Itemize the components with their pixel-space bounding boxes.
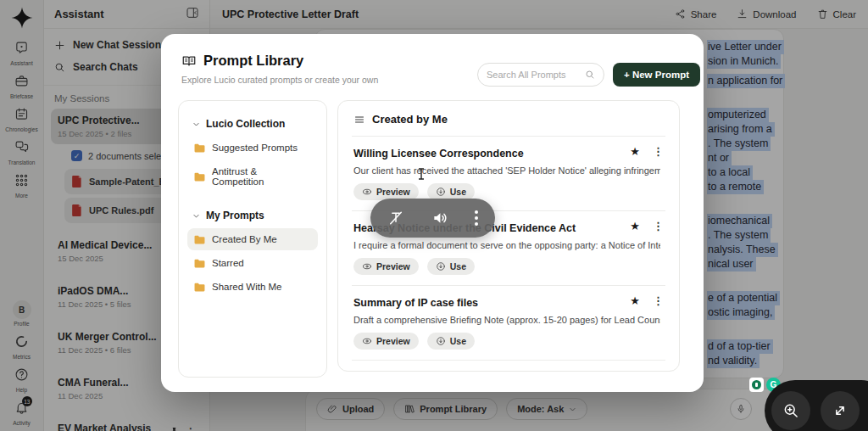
chevron-down-icon bbox=[192, 212, 200, 220]
folder-icon bbox=[194, 283, 205, 292]
preview-button[interactable]: Preview bbox=[353, 333, 419, 350]
screen-recorder-toolbar bbox=[370, 199, 495, 238]
nav-item-created-by-me[interactable]: Created By Me bbox=[187, 228, 318, 250]
prompt-nav: Lucio Collection Suggested Prompts Antit… bbox=[178, 100, 327, 378]
eye-icon bbox=[362, 261, 372, 271]
nav-item-starred[interactable]: Starred bbox=[187, 252, 318, 274]
text-cursor bbox=[418, 168, 425, 183]
nav-item-suggested-prompts[interactable]: Suggested Prompts bbox=[187, 137, 318, 159]
prompt-title: Summary of IP case files bbox=[353, 297, 664, 309]
prompt-card[interactable]: Summary of IP case files Draft a compreh… bbox=[352, 286, 665, 361]
preview-button[interactable]: Preview bbox=[353, 183, 419, 200]
app-screen: Assistant Briefcase Chronologies Transla… bbox=[0, 0, 868, 431]
preview-button[interactable]: Preview bbox=[353, 258, 419, 275]
zoom-in-button[interactable] bbox=[771, 391, 810, 430]
prompt-excerpt: Our client has received the attached 'SE… bbox=[353, 165, 660, 176]
extension-badge-icon[interactable] bbox=[749, 378, 764, 392]
modal-title: Prompt Library bbox=[203, 53, 303, 69]
use-icon bbox=[436, 187, 446, 197]
prompt-title: Willing Licensee Correspondence bbox=[353, 148, 664, 160]
magnifier-plus-icon bbox=[782, 402, 799, 419]
search-icon bbox=[585, 70, 595, 80]
list-header-title: Created by Me bbox=[372, 113, 448, 126]
use-icon bbox=[436, 336, 446, 346]
nav-section-my-prompts[interactable]: My Prompts bbox=[187, 204, 318, 228]
folder-icon bbox=[194, 259, 205, 268]
eye-icon bbox=[362, 336, 372, 346]
star-icon[interactable]: ★ bbox=[630, 146, 640, 157]
list-icon bbox=[353, 115, 365, 125]
use-icon bbox=[436, 261, 446, 271]
kebab-menu-icon[interactable]: ⋮ bbox=[653, 295, 664, 306]
kebab-menu-icon[interactable]: ⋮ bbox=[653, 146, 664, 157]
prompt-excerpt: Draft a comprehensive Briefing Note (app… bbox=[353, 315, 660, 325]
recorder-kebab-icon[interactable] bbox=[475, 210, 478, 226]
use-button[interactable]: Use bbox=[427, 183, 475, 200]
star-icon[interactable]: ★ bbox=[630, 221, 640, 232]
prompt-search-box[interactable] bbox=[477, 63, 604, 87]
folder-icon bbox=[194, 143, 205, 153]
nav-section-lucio-collection[interactable]: Lucio Collection bbox=[187, 113, 318, 137]
use-button[interactable]: Use bbox=[427, 333, 475, 350]
star-icon[interactable]: ★ bbox=[630, 295, 640, 306]
expand-button[interactable] bbox=[821, 391, 860, 430]
eye-icon bbox=[362, 187, 372, 197]
modal-subtitle: Explore Lucio curated prompts or create … bbox=[181, 75, 378, 85]
folder-icon bbox=[194, 172, 205, 182]
read-aloud-off-icon[interactable] bbox=[387, 210, 404, 227]
open-book-icon bbox=[181, 53, 197, 69]
screen-zoom-controls bbox=[765, 380, 868, 431]
new-prompt-button[interactable]: + New Prompt bbox=[613, 63, 700, 87]
chevron-down-icon bbox=[192, 120, 200, 128]
prompt-excerpt: I require a formal document to serve on … bbox=[353, 240, 660, 250]
nav-item-shared-with-me[interactable]: Shared With Me bbox=[187, 276, 318, 298]
folder-icon bbox=[194, 235, 205, 244]
expand-arrows-icon bbox=[832, 402, 849, 419]
prompt-search-input[interactable] bbox=[487, 70, 580, 80]
speaker-icon[interactable] bbox=[431, 210, 448, 227]
nav-item-antitrust-competition[interactable]: Antitrust & Competition bbox=[187, 160, 318, 193]
kebab-menu-icon[interactable]: ⋮ bbox=[653, 221, 664, 232]
use-button[interactable]: Use bbox=[427, 258, 475, 275]
